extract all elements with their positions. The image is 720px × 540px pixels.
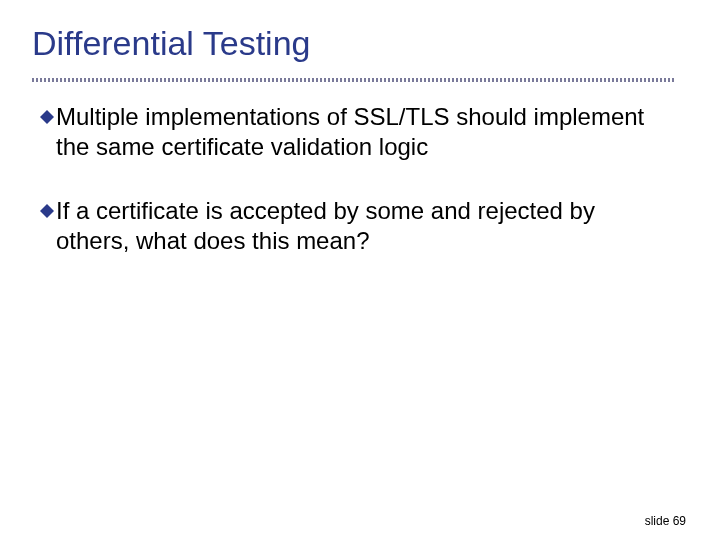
- slide: Differential Testing Multiple implementa…: [0, 0, 720, 540]
- svg-marker-0: [40, 110, 54, 124]
- slide-body: Multiple implementations of SSL/TLS shou…: [40, 102, 668, 290]
- svg-marker-1: [40, 204, 54, 218]
- bullet-item: If a certificate is accepted by some and…: [40, 196, 668, 256]
- slide-number: slide 69: [645, 514, 686, 528]
- bullet-text: If a certificate is accepted by some and…: [56, 196, 668, 256]
- slide-title: Differential Testing: [32, 24, 310, 63]
- bullet-item: Multiple implementations of SSL/TLS shou…: [40, 102, 668, 162]
- diamond-bullet-icon: [40, 110, 54, 124]
- bullet-text: Multiple implementations of SSL/TLS shou…: [56, 102, 668, 162]
- title-underline: [32, 78, 674, 82]
- diamond-bullet-icon: [40, 204, 54, 218]
